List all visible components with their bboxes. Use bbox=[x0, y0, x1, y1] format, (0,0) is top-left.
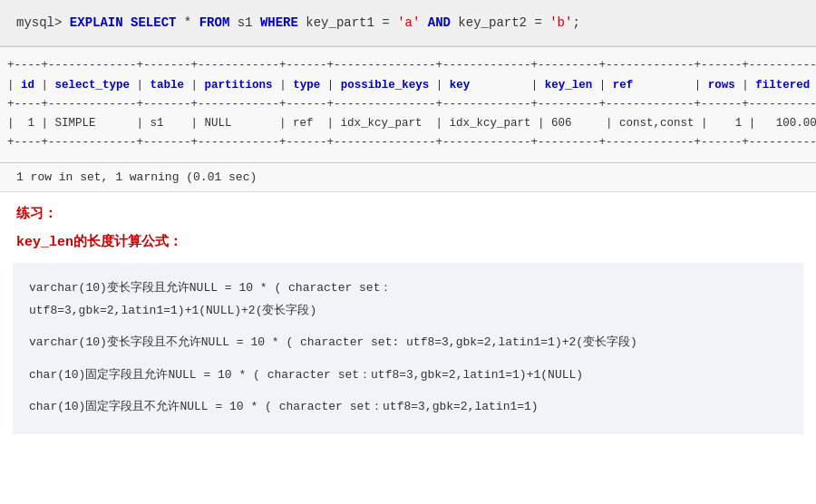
formula-line-3: char(10)固定字段且允许NULL = 10 * ( character s… bbox=[29, 364, 787, 385]
formula-line-2: varchar(10)变长字段且不允许NULL = 10 * ( charact… bbox=[29, 332, 787, 353]
sql-value2: 'b' bbox=[549, 15, 572, 30]
sql-condition: key_part1 = bbox=[298, 15, 397, 30]
table-row-1: | 1 | SIMPLE | s1 | NULL | ref | idx_kcy… bbox=[7, 117, 816, 130]
section-title: 练习： bbox=[0, 192, 816, 228]
table-separator-bottom: +----+-------------+-------+------------… bbox=[7, 136, 816, 149]
spacer-1 bbox=[29, 323, 787, 332]
mysql-prompt: mysql> bbox=[16, 15, 62, 30]
sql-semicolon: ; bbox=[572, 15, 579, 30]
formula-line-1b: utf8=3,gbk=2,latin1=1)+1(NULL)+2(变长字段) bbox=[29, 300, 787, 321]
result-info: 1 row in set, 1 warning (0.01 sec) bbox=[0, 163, 816, 192]
sql-query-box: mysql> EXPLAIN SELECT * FROM s1 WHERE ke… bbox=[0, 0, 816, 46]
sql-keyword-from: FROM bbox=[199, 15, 230, 30]
sql-value1: 'a' bbox=[397, 15, 420, 30]
sql-keyword-explain: EXPLAIN SELECT bbox=[62, 15, 176, 30]
formula-title: key_len的长度计算公式： bbox=[0, 228, 816, 259]
sql-star: * bbox=[176, 15, 199, 30]
table-header: | id | select_type | table | partitions … bbox=[7, 79, 816, 92]
sql-keyword-and: AND bbox=[428, 15, 451, 30]
table-divider: +----+-------------+-------+------------… bbox=[7, 98, 816, 111]
formula-title-text: 的长度计算公式： bbox=[73, 233, 182, 248]
sql-and bbox=[420, 15, 427, 30]
sql-condition2: key_part2 = bbox=[451, 15, 549, 30]
spacer-2 bbox=[29, 355, 787, 364]
formula-line-4: char(10)固定字段且不允许NULL = 10 * ( character … bbox=[29, 396, 787, 417]
table-content: +----+-------------+-------+------------… bbox=[7, 56, 809, 152]
table-separator-top: +----+-------------+-------+------------… bbox=[7, 59, 816, 72]
sql-keyword-where: WHERE bbox=[260, 15, 298, 30]
formula-line-1a: varchar(10)变长字段且允许NULL = 10 * ( characte… bbox=[29, 277, 787, 298]
sql-table: s1 bbox=[229, 15, 260, 30]
formula-code-block: varchar(10)变长字段且允许NULL = 10 * ( characte… bbox=[13, 263, 803, 434]
formula-title-code: key_len bbox=[16, 235, 73, 250]
spacer-3 bbox=[29, 387, 787, 396]
explain-table: +----+-------------+-------+------------… bbox=[0, 46, 816, 162]
